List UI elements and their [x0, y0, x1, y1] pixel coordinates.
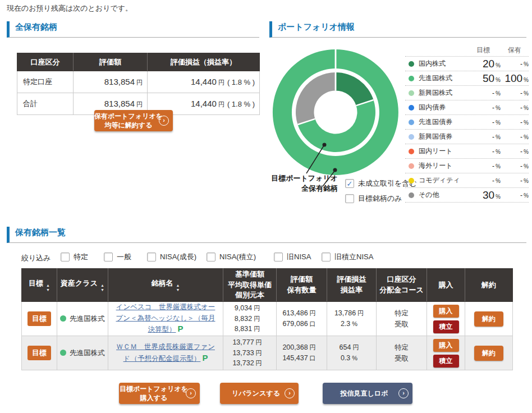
legend-row: 新興国債券 -% -%: [405, 130, 529, 144]
pl-amount: 14,440円( 1.8 % ): [148, 71, 260, 93]
filter-nisa-tsumitate-checkbox[interactable]: [207, 253, 215, 261]
section-title-portfolio-info: ポートフォリオ情報: [269, 21, 526, 38]
legend-label: 海外リート: [419, 161, 466, 171]
legend-label: 先進国株式: [419, 74, 466, 83]
holdings-header-row: 目標▲▼ 資産クラス▲▼ 銘柄名▲▼ 基準価額平均取得単価個別元本 評価額保有数…: [22, 269, 513, 302]
amount-value: 813,854: [104, 99, 135, 108]
buy-button[interactable]: 購入: [433, 339, 459, 352]
legend-target: -%: [466, 162, 501, 170]
legend-col-target: 目標: [466, 45, 501, 55]
summary-header-row: 口座区分 評価額 評価損益（損益率）: [17, 53, 260, 71]
target-cell: 目標: [22, 336, 57, 370]
price-cell: 13,777円 13,733円 13,732円: [223, 336, 277, 370]
amount-value: 813,854: [104, 77, 135, 86]
portfolio-donut-chart: [264, 48, 415, 195]
filter-nisa-tsumitate: NISA(積立): [207, 252, 256, 262]
liquidate-portfolio-button[interactable]: 保有ポートフォリオを均等に解約する ›: [94, 110, 173, 131]
fund-point-icon[interactable]: P: [177, 324, 183, 333]
table-row: 特定口座 813,854円 14,440円( 1.8 % ): [17, 71, 260, 93]
legend-row: コモディティ -% -%: [405, 173, 529, 188]
sort-icon[interactable]: ▲▼: [100, 283, 104, 292]
buy-button[interactable]: 購入: [433, 305, 459, 318]
buy-cell: 購入 積立: [427, 336, 465, 370]
liquidate-button-label: 保有ポートフォリオを均等に解約する: [94, 112, 163, 130]
legend-color-dot: [409, 120, 414, 125]
account-type: 特定口座: [17, 71, 74, 93]
value-cell: 200,368円 145,437口: [277, 336, 327, 370]
fund-name-cell: インベスコ 世界厳選株式オープン＜為替ヘッジなし＞（毎月決算型）P: [108, 302, 223, 336]
filter-label-text: NISA(積立): [219, 252, 256, 262]
legend-color-dot: [409, 163, 414, 169]
circle-arrow-icon: ›: [285, 388, 295, 398]
filter-label-text: 特定: [74, 252, 88, 262]
filter-old-tsumitate-nisa-checkbox[interactable]: [322, 253, 331, 261]
col-asset-class: 資産クラス▲▼: [57, 269, 108, 302]
donut-separator: [356, 100, 374, 105]
circle-arrow-icon: ›: [159, 116, 169, 126]
fund-point-icon[interactable]: P: [202, 353, 208, 362]
legend-col-held: 保有: [501, 45, 529, 55]
col-target: 目標▲▼: [22, 269, 57, 302]
filter-nisa-growth-checkbox[interactable]: [147, 253, 156, 261]
section-title-all-holdings: 全保有銘柄: [7, 21, 259, 38]
rebalance-button[interactable]: リバランスする ›: [220, 383, 299, 404]
filter-tokutei-checkbox[interactable]: [61, 253, 70, 261]
legend-target: 50%: [466, 72, 501, 85]
sort-icon[interactable]: ▲▼: [46, 283, 50, 292]
include-pending-checkbox[interactable]: ✓: [345, 179, 354, 188]
legend-held: -%: [501, 148, 529, 155]
accumulate-button[interactable]: 積立: [433, 320, 459, 333]
fund-name-cell: ＷＣＭ 世界成長株厳選ファンド（予想分配金提示型）P: [108, 336, 223, 370]
filter-nisa-growth: NISA(成長): [147, 252, 196, 262]
target-badge: 目標: [27, 346, 51, 360]
fund-link[interactable]: インベスコ 世界厳選株式オープン＜為替ヘッジなし＞（毎月決算型）: [116, 303, 215, 333]
legend-row: 国内株式 20% -%: [405, 57, 529, 71]
section-title-holdings-list: 保有銘柄一覧: [7, 227, 526, 243]
filter-label-text: 旧積立NISA: [334, 252, 373, 262]
sell-button[interactable]: 解約: [474, 346, 503, 361]
col-account: 口座区分分配金コース: [377, 269, 427, 302]
price-cell: 9,034円 8,832円 8,831円: [223, 302, 277, 336]
value-cell: 613,486円 679,086口: [277, 302, 327, 336]
filter-old-nisa-checkbox[interactable]: [274, 253, 283, 261]
legend-target: -%: [466, 133, 501, 141]
col-valuation: 評価額: [74, 53, 148, 71]
legend-label: 国内債券: [419, 103, 466, 112]
buy-target-portfolio-button[interactable]: 目標ポートフォリオを購入する ›: [119, 383, 200, 404]
holding-row: 目標 先進国株式 インベスコ 世界厳選株式オープン＜為替ヘッジなし＞（毎月決算型…: [22, 302, 513, 336]
fund-review-robo-button[interactable]: 投信見直しロボ ›: [323, 383, 412, 404]
annotation-dot-target: [323, 143, 327, 147]
accumulate-button[interactable]: 積立: [433, 355, 459, 368]
asset-class-dot: [60, 315, 66, 322]
sell-cell: 解約: [465, 302, 513, 336]
col-pl: 評価損益損益率: [327, 269, 377, 302]
account-cell: 特定 受取: [377, 336, 427, 370]
pl-value: 14,440: [191, 99, 217, 108]
fund-link[interactable]: ＷＣＭ 世界成長株厳選ファンド（予想分配金提示型）: [116, 343, 215, 362]
legend-target: 30%: [466, 189, 501, 201]
pl-cell: 654円 0.3%: [327, 336, 377, 370]
legend-target: 20%: [466, 58, 501, 70]
legend-held: -%: [501, 162, 529, 170]
annotation-target-portfolio: 目標ポートフォリオ: [247, 173, 338, 183]
target-cell: 目標: [22, 302, 57, 336]
filter-old-tsumitate-nisa: 旧積立NISA: [322, 252, 373, 262]
donut-segment-inner: [296, 72, 336, 125]
sell-button[interactable]: 解約: [474, 311, 503, 327]
target-only-checkbox[interactable]: [345, 194, 354, 203]
filter-ippan-checkbox[interactable]: [104, 253, 113, 261]
pl-rate: ( 1.8 % ): [227, 78, 255, 86]
sort-icon[interactable]: ▲▼: [176, 283, 180, 292]
sell-cell: 解約: [465, 336, 513, 370]
holdings-table: 目標▲▼ 資産クラス▲▼ 銘柄名▲▼ 基準価額平均取得単価個別元本 評価額保有数…: [21, 268, 513, 370]
legend-held: -%: [501, 89, 529, 97]
legend-row: 先進国債券 -% -%: [405, 115, 529, 130]
legend-color-dot: [409, 61, 414, 67]
filter-ippan: 一般: [104, 252, 131, 262]
legend-row: 海外リート -% -%: [405, 159, 529, 173]
legend-held: -%: [501, 177, 529, 185]
intro-text: 現在のお預り残高は次のとおりです。: [7, 3, 132, 13]
col-pl: 評価損益（損益率）: [148, 53, 260, 71]
col-sell: 解約: [465, 269, 513, 302]
filter-label: 絞り込み: [21, 253, 51, 263]
